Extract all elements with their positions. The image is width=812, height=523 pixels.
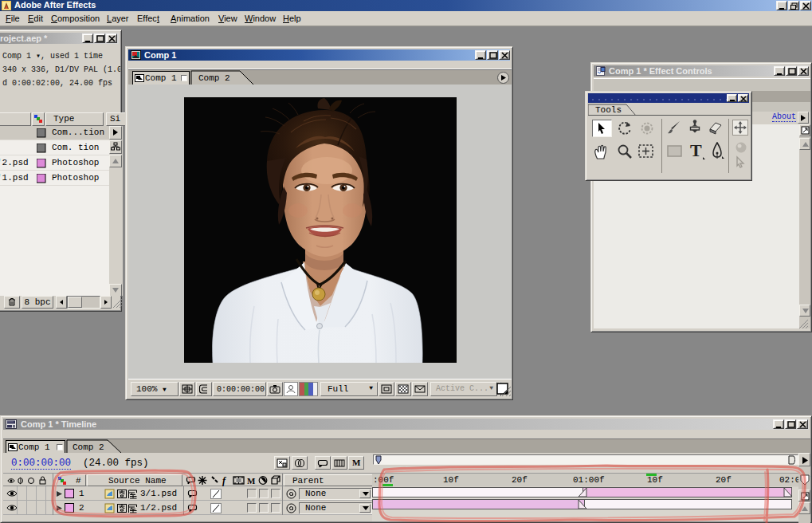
svg-text:Tools: Tools [595,105,622,115]
svg-text:Comp 2: Comp 2 [198,73,230,83]
svg-text:M: M [247,476,256,486]
svg-text:Comp 2: Comp 2 [73,442,104,452]
svg-text:T: T [690,141,702,160]
svg-text:f: f [222,475,226,486]
svg-text:M: M [352,458,361,467]
